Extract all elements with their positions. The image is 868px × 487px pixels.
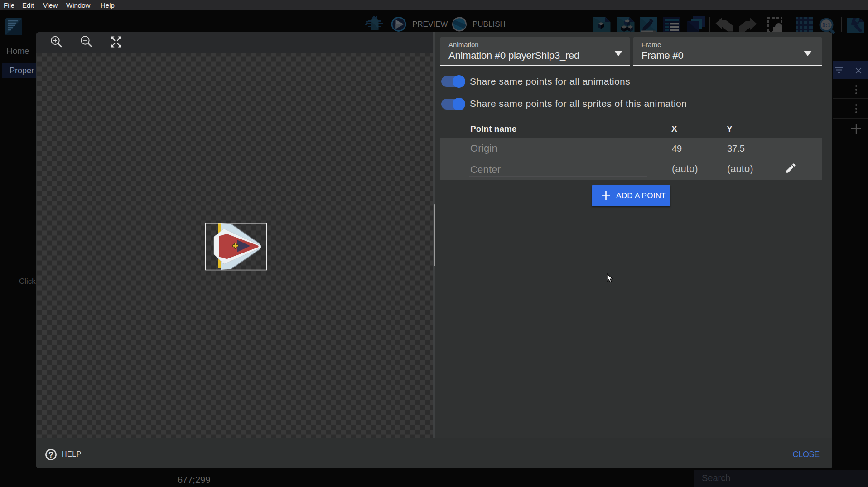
svg-text:?: ? [48, 450, 53, 459]
svg-text:1:1: 1:1 [822, 22, 831, 29]
